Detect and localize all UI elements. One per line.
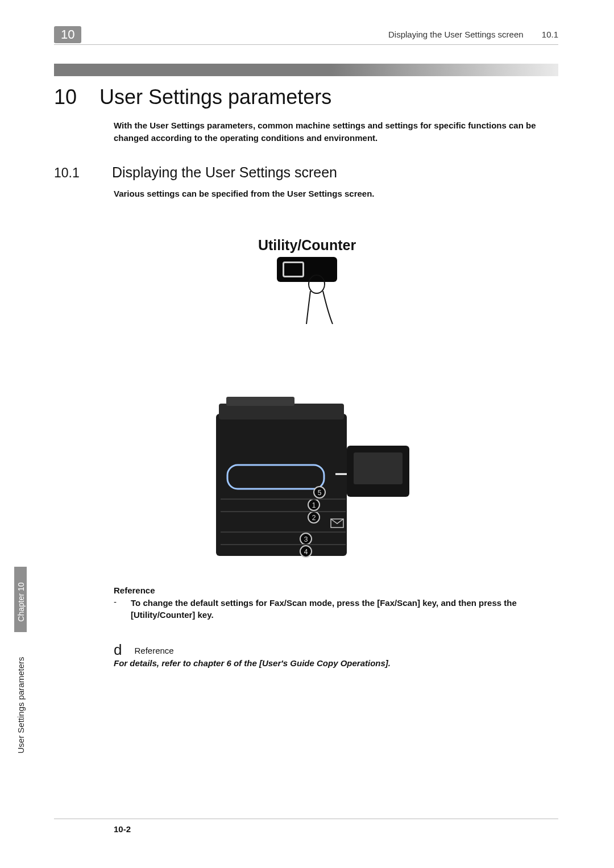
svg-text:4: 4 <box>304 548 308 556</box>
svg-text:2: 2 <box>312 514 316 522</box>
chapter-intro: With the User Settings parameters, commo… <box>114 119 557 144</box>
finger-icon <box>305 274 339 325</box>
d-reference-label: Reference <box>134 646 173 655</box>
bullet-dash: - <box>114 597 131 621</box>
running-header: Displaying the User Settings screen 10.1 <box>372 30 558 39</box>
svg-rect-3 <box>226 397 294 406</box>
side-title-tab: User Settings parameters <box>14 638 27 771</box>
svg-rect-1 <box>216 414 347 556</box>
section-title: Displaying the User Settings screen <box>112 164 337 180</box>
svg-text:5: 5 <box>318 489 322 497</box>
d-reference-heading: dReference <box>114 641 174 659</box>
chapter-number-pill: 10 <box>54 26 81 43</box>
svg-point-0 <box>309 275 325 293</box>
d-reference-text: For details, refer to chapter 6 of the [… <box>114 658 391 668</box>
running-header-num: 10.1 <box>542 30 558 39</box>
chapter-pill-underline <box>54 41 78 43</box>
reference-label: Reference <box>114 585 557 595</box>
footer-page-number: 10-2 <box>114 824 131 834</box>
utility-counter-label: Utility/Counter <box>0 237 614 254</box>
svg-rect-2 <box>219 404 344 420</box>
svg-text:1: 1 <box>312 501 316 509</box>
header-rule <box>54 44 558 45</box>
running-header-title: Displaying the User Settings screen <box>388 30 524 39</box>
key-press-illustration <box>277 257 337 282</box>
section-heading: 10.1Displaying the User Settings screen <box>54 164 337 181</box>
side-chapter-text: Chapter 10 <box>16 575 26 629</box>
svg-text:3: 3 <box>304 535 308 543</box>
section-number: 10.1 <box>54 165 112 181</box>
chapter-title: 10User Settings parameters <box>54 85 331 109</box>
footer-rule <box>54 819 558 819</box>
reference-block: Reference - To change the default settin… <box>114 585 557 621</box>
side-chapter-tab: Chapter 10 <box>14 567 27 632</box>
side-title-text: User Settings parameters <box>16 642 26 769</box>
reference-item-1: To change the default settings for Fax/S… <box>131 597 557 621</box>
section-intro: Various settings can be specified from t… <box>114 189 374 198</box>
svg-rect-16 <box>354 452 403 484</box>
chapter-title-number: 10 <box>54 85 99 109</box>
chapter-title-text: User Settings parameters <box>99 85 331 109</box>
side-label: Chapter 10 User Settings parameters <box>14 567 27 771</box>
printer-illustration: 5 1 2 3 4 <box>188 391 426 573</box>
gradient-bar <box>54 64 558 76</box>
d-reference-icon: d <box>114 641 122 659</box>
